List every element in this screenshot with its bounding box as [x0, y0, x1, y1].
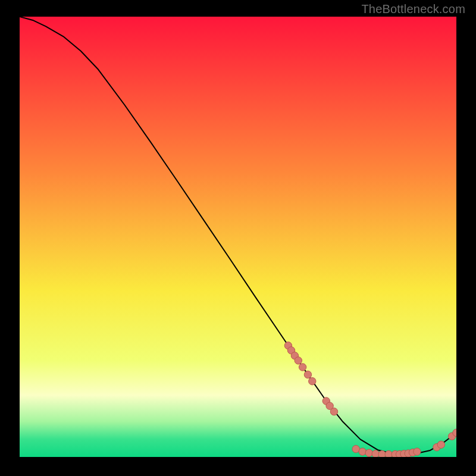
data-point: [359, 448, 366, 455]
data-point: [378, 450, 386, 457]
data-point: [299, 364, 306, 371]
plot-svg: [20, 17, 456, 457]
watermark-text: TheBottleneck.com: [361, 2, 465, 16]
data-point: [365, 449, 372, 456]
data-point: [372, 450, 379, 457]
data-point: [309, 378, 316, 385]
data-point: [304, 371, 311, 378]
data-point: [385, 450, 392, 457]
data-point: [437, 441, 444, 448]
data-point: [414, 448, 421, 455]
data-point: [295, 357, 302, 364]
gradient-rect: [20, 17, 456, 457]
chart-stage: TheBottleneck.com: [0, 0, 476, 476]
plot-area: [20, 17, 456, 457]
data-point: [330, 408, 337, 415]
